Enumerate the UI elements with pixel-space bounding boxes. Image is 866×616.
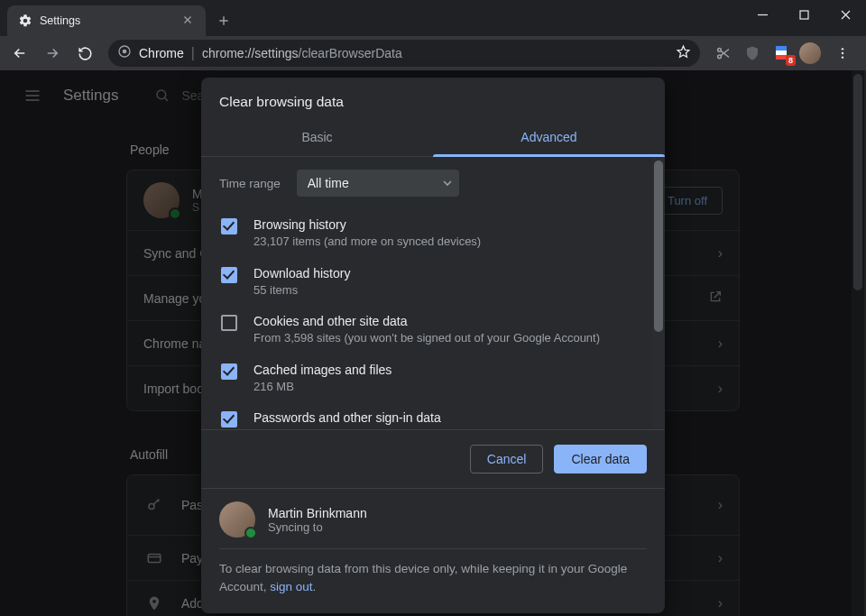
checkbox-title: Cookies and other site data [253,314,600,328]
svg-rect-6 [776,51,787,55]
checkbox-subtitle: 216 MB [253,379,392,395]
profile-avatar[interactable] [799,42,821,64]
checkbox-row: Passwords and other sign-in data9 passwo… [219,402,659,429]
chrome-window: Settings Chrome | chrome://settings/clea… [0,0,866,616]
footer-sync-status: Syncing to [268,520,367,534]
browser-tab[interactable]: Settings [7,5,206,36]
svg-point-2 [123,50,127,54]
tab-basic[interactable]: Basic [201,119,433,156]
menu-kebab-icon[interactable] [828,39,857,68]
checkbox-row: Cookies and other site dataFrom 3,598 si… [219,306,659,354]
checkbox-title: Cached images and files [253,363,392,377]
omnibox[interactable]: Chrome | chrome://settings/clearBrowserD… [108,40,700,67]
omnibox-prefix: Chrome [139,46,184,60]
sync-badge-icon [244,527,257,539]
checkbox-title: Passwords and other sign-in data [253,410,441,425]
svg-point-4 [718,55,722,59]
close-window-button[interactable] [825,0,866,29]
checkbox[interactable] [221,363,237,380]
checkbox[interactable] [221,267,237,283]
reload-button[interactable] [70,39,99,68]
maximize-button[interactable] [783,0,825,29]
time-range-label: Time range [219,177,281,190]
scrollbar-thumb[interactable] [654,161,663,332]
dialog-actions: Cancel Clear data [201,429,665,488]
close-tab-icon[interactable] [180,13,195,29]
checkbox[interactable] [221,218,237,234]
footer-note: To clear browsing data from this device … [219,560,647,597]
extension-flag-icon[interactable]: 8 [770,42,792,64]
new-tab-button[interactable] [211,8,236,33]
footer-profile-name: Martin Brinkmann [268,506,367,520]
clear-data-button[interactable]: Clear data [554,445,647,473]
dialog-content: Time range All time Browsing history23,1… [201,157,665,429]
tab-title: Settings [40,14,173,27]
sign-out-link[interactable]: sign out [270,580,312,593]
omnibox-sep: | [191,45,195,61]
svg-rect-0 [800,11,808,19]
svg-rect-5 [776,46,787,51]
checkbox-row: Download history55 items [219,258,659,307]
checkbox-subtitle: 23,107 items (and more on synced devices… [253,234,481,250]
back-button[interactable] [5,39,34,68]
dialog-footer: Martin Brinkmann Syncing to To clear bro… [201,488,665,613]
gear-icon [18,14,32,28]
caret-down-icon [443,175,452,191]
dialog-scrollbar[interactable] [652,157,665,429]
minimize-button[interactable] [742,0,783,29]
extension-badge: 8 [786,55,796,66]
dialog-title: Clear browsing data [201,78,665,119]
checkbox-row: Browsing history23,107 items (and more o… [219,209,659,258]
checkbox-subtitle: 9 passwords (synced) [253,427,441,429]
footer-profile: Martin Brinkmann Syncing to [219,501,647,549]
checkbox-title: Download history [253,266,350,280]
clear-browsing-data-dialog: Clear browsing data Basic Advanced Time … [201,78,665,613]
time-range-row: Time range All time [219,170,659,197]
checkbox-row: Cached images and files216 MB [219,354,659,403]
svg-point-9 [842,52,843,54]
titlebar: Settings [0,0,866,36]
chrome-page-icon [117,44,132,62]
svg-point-3 [718,48,722,51]
extension-shield-icon[interactable] [742,42,763,64]
extension-scissors-icon[interactable] [713,42,734,64]
avatar [219,501,255,538]
window-controls [742,0,866,29]
svg-point-10 [842,56,843,58]
time-range-select[interactable]: All time [297,170,459,197]
svg-point-8 [842,48,843,50]
checkbox[interactable] [221,411,237,428]
checkbox[interactable] [221,315,237,331]
omnibox-url: chrome://settings/clearBrowserData [202,46,402,60]
checkbox-subtitle: 55 items [253,282,350,299]
checkbox-title: Browsing history [253,217,481,232]
dialog-tabs: Basic Advanced [201,119,665,157]
tab-advanced[interactable]: Advanced [433,119,665,156]
toolbar: Chrome | chrome://settings/clearBrowserD… [0,36,866,70]
extensions-area: 8 [709,39,861,68]
bookmark-star-icon[interactable] [676,44,691,63]
cancel-button[interactable]: Cancel [470,445,544,473]
time-range-value: All time [308,176,349,190]
forward-button[interactable] [38,39,67,68]
checkbox-subtitle: From 3,598 sites (you won't be signed ou… [253,330,600,346]
